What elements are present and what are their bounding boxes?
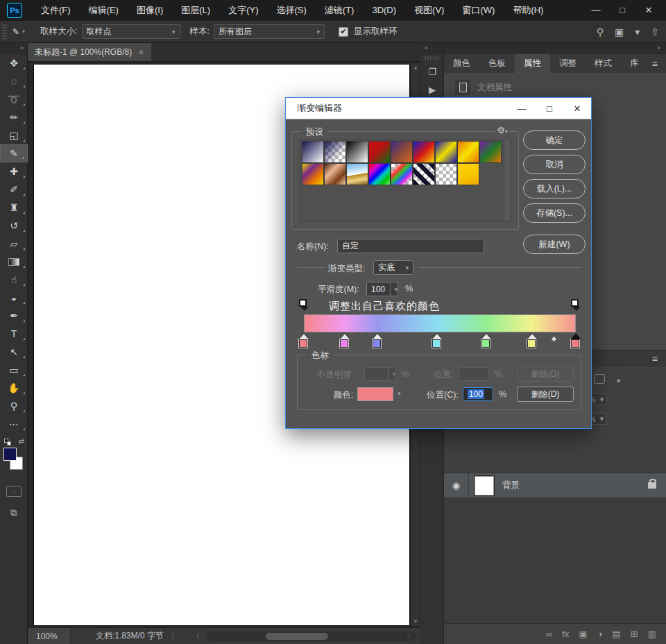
menu-item-t[interactable]: 滤镜(T) bbox=[316, 0, 364, 21]
panel-tab-色板[interactable]: 色板 bbox=[479, 54, 515, 73]
dialog-title-bar[interactable]: 渐变编辑器 —□✕ bbox=[286, 98, 591, 119]
name-input[interactable]: 自定 bbox=[337, 239, 484, 253]
show-sampling-ring-checkbox[interactable]: ✔ bbox=[339, 27, 348, 37]
scroll-down-icon[interactable]: ▼ bbox=[413, 618, 418, 625]
gradient-preview-bar[interactable] bbox=[304, 314, 576, 332]
new-layer-icon[interactable]: ⊞ bbox=[631, 629, 638, 639]
dock-expand[interactable]: « bbox=[420, 43, 443, 54]
toolbar-collapse[interactable]: » bbox=[0, 43, 27, 54]
preset-transparent[interactable] bbox=[435, 163, 457, 185]
default-colors-icon[interactable] bbox=[4, 439, 12, 446]
new-button[interactable]: 新建(W) bbox=[523, 235, 586, 254]
type-tool[interactable]: T bbox=[0, 325, 28, 343]
clone-stamp-tool[interactable]: ♜ bbox=[0, 198, 28, 217]
preset-transparent-rainbow[interactable] bbox=[391, 163, 413, 185]
layer-visibility-eye-icon[interactable]: ◉ bbox=[444, 473, 469, 498]
color-stop-100[interactable] bbox=[571, 334, 581, 349]
scroll-up-icon[interactable]: ▲ bbox=[413, 65, 418, 71]
maximize-button[interactable]: □ bbox=[609, 0, 635, 19]
panel-tab-库[interactable]: 库 bbox=[621, 54, 648, 73]
eyedropper-tool[interactable]: ✎ bbox=[0, 144, 28, 162]
gradient-midpoint-diamond[interactable] bbox=[550, 336, 557, 343]
screen-mode-button[interactable]: ⧉ bbox=[0, 504, 28, 522]
preset-foreground-to-transparent[interactable] bbox=[324, 141, 346, 163]
layer-row-background[interactable]: ◉ 背景 bbox=[444, 473, 666, 498]
preset-violet-to-orange[interactable] bbox=[391, 141, 413, 163]
menu-item-v[interactable]: 视图(V) bbox=[405, 0, 453, 21]
gradient-type-select[interactable]: 实底 ▾ bbox=[373, 260, 413, 275]
preset-chrome[interactable] bbox=[346, 163, 368, 185]
move-tool[interactable]: ✥ bbox=[0, 54, 28, 72]
crop-tool[interactable]: ◱ bbox=[0, 126, 28, 144]
adjustment-layer-icon[interactable]: ◑ bbox=[597, 629, 603, 639]
menu-item-f[interactable]: 文件(F) bbox=[32, 0, 80, 21]
dialog-maximize-button[interactable]: □ bbox=[536, 98, 563, 119]
preset-foreground-to-background[interactable] bbox=[302, 141, 324, 163]
opacity-stop-100[interactable] bbox=[571, 299, 580, 313]
eraser-tool[interactable]: ▱ bbox=[0, 235, 28, 253]
opacity-stop-0[interactable] bbox=[299, 299, 308, 313]
close-button[interactable]: ✕ bbox=[635, 0, 662, 19]
layer-group-icon[interactable]: ▤ bbox=[613, 629, 621, 639]
delete-color-button[interactable]: 删除(D) bbox=[517, 387, 574, 402]
ok-button[interactable]: 确定 bbox=[523, 130, 586, 150]
menu-item-y[interactable]: 文字(Y) bbox=[219, 0, 267, 21]
chevron-down-icon[interactable]: ▾ bbox=[635, 26, 640, 37]
layer-effects-icon[interactable]: fx bbox=[562, 629, 569, 639]
healing-brush-tool[interactable]: ✚ bbox=[0, 162, 28, 180]
collapsed-panel-icon[interactable]: ❐ bbox=[420, 62, 444, 80]
menu-item-i[interactable]: 图像(I) bbox=[128, 0, 172, 21]
layer-mask-icon[interactable]: ▣ bbox=[579, 629, 587, 639]
presets-menu[interactable]: ⚙▾ bbox=[495, 125, 510, 135]
panel-tab-样式[interactable]: 样式 bbox=[586, 54, 621, 73]
load-button[interactable]: 载入(L)... bbox=[523, 179, 586, 198]
stop-color-swatch[interactable] bbox=[357, 387, 393, 401]
menu-item-h[interactable]: 帮助(H) bbox=[504, 0, 552, 21]
edit-toolbar[interactable]: ⋯ bbox=[0, 415, 28, 433]
sample-select[interactable]: 所有图层 ▾ bbox=[214, 24, 325, 39]
scrollbar-thumb[interactable] bbox=[266, 633, 328, 640]
menu-item-w[interactable]: 窗口(W) bbox=[453, 0, 504, 21]
color-stop-27[interactable] bbox=[373, 334, 382, 349]
foreground-color-swatch[interactable] bbox=[3, 448, 17, 461]
swap-colors-icon[interactable]: ⇄ bbox=[19, 437, 24, 445]
zoom-level-field[interactable]: 100% bbox=[28, 628, 71, 644]
dodge-tool[interactable]: ◒ bbox=[0, 289, 28, 307]
active-tool-preview[interactable]: ✎ ▾ bbox=[12, 27, 25, 37]
history-brush-tool[interactable]: ↺ bbox=[0, 217, 28, 235]
smoothness-input[interactable]: 100 ▾ bbox=[366, 282, 398, 296]
hand-tool[interactable]: ✋ bbox=[0, 379, 28, 397]
menu-item-dd[interactable]: 3D(D) bbox=[363, 0, 405, 21]
play-panel-icon[interactable]: ▶ bbox=[420, 80, 444, 99]
pen-tool[interactable]: ✒ bbox=[0, 307, 28, 325]
color-stop-67[interactable] bbox=[481, 334, 491, 349]
dialog-close-button[interactable]: ✕ bbox=[563, 98, 591, 119]
preset-blue-red-yellow[interactable] bbox=[413, 141, 435, 163]
dialog-minimize-button[interactable]: — bbox=[508, 98, 536, 119]
position-c-input[interactable]: 100 bbox=[463, 387, 493, 401]
preset-transparent-stripes[interactable] bbox=[413, 163, 435, 185]
preset-black-to-white[interactable] bbox=[346, 141, 368, 163]
presets-scrollbar[interactable] bbox=[504, 139, 510, 221]
cancel-button[interactable]: 取消 bbox=[523, 155, 586, 174]
document-properties-row[interactable]: 文档属性 bbox=[444, 80, 666, 95]
scroll-right-icon[interactable]: 〉 bbox=[407, 632, 413, 642]
tab-close-icon[interactable]: ✕ bbox=[138, 49, 144, 56]
preset-copper[interactable] bbox=[324, 163, 346, 185]
sample-size-select[interactable]: 取样点 ▾ bbox=[82, 24, 180, 39]
panel-menu-icon[interactable]: ≡ bbox=[652, 353, 658, 364]
panel-tab-颜色[interactable]: 颜色 bbox=[444, 54, 479, 73]
menu-item-l[interactable]: 图层(L) bbox=[172, 0, 219, 21]
preset-custom-yellow[interactable] bbox=[457, 163, 479, 185]
gradient-tool[interactable] bbox=[0, 253, 28, 271]
minimize-button[interactable]: — bbox=[583, 0, 609, 19]
lock-icon[interactable] bbox=[594, 374, 605, 384]
chevron-down-icon[interactable]: ▾ bbox=[398, 390, 401, 397]
panel-menu-icon[interactable]: ≡ bbox=[652, 58, 658, 69]
marquee-tool[interactable]: ◌ bbox=[0, 72, 28, 90]
share-icon[interactable]: ⇧ bbox=[651, 26, 659, 37]
scroll-left-icon[interactable]: 〈 bbox=[192, 631, 200, 641]
delete-layer-icon[interactable]: ▥ bbox=[648, 629, 656, 639]
workspace-icon[interactable]: ▣ bbox=[615, 26, 624, 37]
brush-tool[interactable]: ✐ bbox=[0, 180, 28, 198]
